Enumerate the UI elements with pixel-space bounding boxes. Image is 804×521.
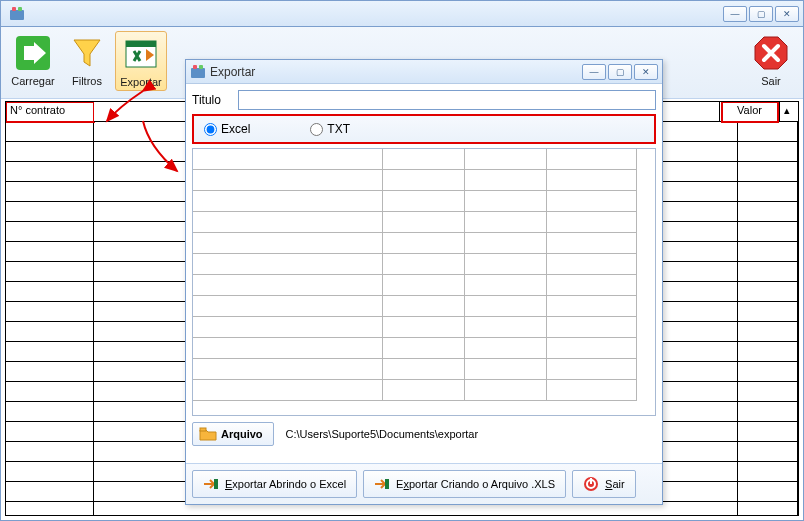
table-row[interactable] <box>193 170 655 191</box>
export-dialog-icon <box>190 64 206 80</box>
export-body: Titulo Excel TXT Arqu <box>186 84 662 452</box>
funnel-icon <box>67 33 107 73</box>
export-sair-button[interactable]: Sair <box>572 470 636 498</box>
exportar-abrindo-label: Exportar Abrindo o Excel <box>225 478 346 490</box>
format-excel-option[interactable]: Excel <box>204 122 250 136</box>
scroll-gap: ▴ <box>780 102 798 122</box>
table-row[interactable] <box>193 254 655 275</box>
exportar-criando-label: Exportar Criando o Arquivo .XLS <box>396 478 555 490</box>
format-excel-radio[interactable] <box>204 123 217 136</box>
svg-rect-11 <box>214 479 218 489</box>
carregar-label: Carregar <box>11 75 54 87</box>
titulo-row: Titulo <box>192 90 656 110</box>
column-header-contrato[interactable]: N° contrato <box>6 102 94 122</box>
filtros-label: Filtros <box>72 75 102 87</box>
arquivo-row: Arquivo C:\Users\Suporte5\Documents\expo… <box>192 422 656 446</box>
column-header-valor[interactable]: Valor <box>720 102 780 122</box>
folder-icon <box>199 426 217 442</box>
format-txt-radio[interactable] <box>310 123 323 136</box>
table-row[interactable] <box>193 359 655 380</box>
annotation-box-valor <box>721 101 779 123</box>
svg-rect-15 <box>590 478 592 484</box>
export-dialog-title: Exportar <box>210 65 255 79</box>
table-row[interactable] <box>193 380 655 401</box>
svg-rect-1 <box>12 7 16 11</box>
close-octagon-icon <box>751 33 791 73</box>
format-row: Excel TXT <box>192 114 656 144</box>
minimize-button[interactable]: — <box>723 6 747 22</box>
exportar-criando-button[interactable]: Exportar Criando o Arquivo .XLS <box>363 470 566 498</box>
maximize-button[interactable]: ▢ <box>749 6 773 22</box>
sair-button[interactable]: Sair <box>745 31 797 89</box>
arquivo-path: C:\Users\Suporte5\Documents\exportar <box>282 428 656 440</box>
window-controls: — ▢ ✕ <box>723 6 799 22</box>
format-txt-label: TXT <box>327 122 350 136</box>
export-columns-grid[interactable] <box>192 148 656 416</box>
export-sair-label: Sair <box>605 478 625 490</box>
power-icon <box>583 476 599 492</box>
exportar-label: Exportar <box>120 76 162 88</box>
svg-rect-12 <box>385 479 389 489</box>
table-row[interactable] <box>193 317 655 338</box>
svg-rect-0 <box>10 10 24 20</box>
export-arrow-icon <box>374 477 390 491</box>
carregar-button[interactable]: Carregar <box>7 31 59 89</box>
exportar-abrindo-button[interactable]: Exportar Abrindo o Excel <box>192 470 357 498</box>
main-window: — ▢ ✕ Carregar Filtros Exportar <box>0 0 804 521</box>
svg-rect-5 <box>126 41 156 47</box>
titulo-input[interactable] <box>238 90 656 110</box>
arrow-right-icon <box>13 33 53 73</box>
table-row[interactable] <box>193 212 655 233</box>
arquivo-button-label: Arquivo <box>221 428 263 440</box>
format-txt-option[interactable]: TXT <box>310 122 350 136</box>
titulo-label: Titulo <box>192 93 232 107</box>
table-row[interactable] <box>193 338 655 359</box>
sair-label: Sair <box>761 75 781 87</box>
svg-rect-8 <box>193 65 197 69</box>
export-dialog: Exportar — ▢ ✕ Titulo Excel TXT <box>185 59 663 505</box>
svg-rect-10 <box>200 428 206 431</box>
table-row[interactable] <box>193 191 655 212</box>
export-close-button[interactable]: ✕ <box>634 64 658 80</box>
export-minimize-button[interactable]: — <box>582 64 606 80</box>
annotation-box-contrato <box>5 101 95 123</box>
export-maximize-button[interactable]: ▢ <box>608 64 632 80</box>
table-row[interactable] <box>193 275 655 296</box>
table-row[interactable] <box>193 233 655 254</box>
exportar-button[interactable]: Exportar <box>115 31 167 91</box>
filtros-button[interactable]: Filtros <box>61 31 113 89</box>
export-dialog-titlebar: Exportar — ▢ ✕ <box>186 60 662 84</box>
export-window-controls: — ▢ ✕ <box>582 64 658 80</box>
table-row[interactable] <box>193 296 655 317</box>
export-arrow-icon <box>203 477 219 491</box>
main-titlebar: — ▢ ✕ <box>1 1 803 27</box>
arquivo-button[interactable]: Arquivo <box>192 422 274 446</box>
svg-rect-2 <box>18 7 22 11</box>
svg-rect-9 <box>199 65 203 69</box>
format-excel-label: Excel <box>221 122 250 136</box>
excel-export-icon <box>121 34 161 74</box>
export-footer: Exportar Abrindo o Excel Exportar Criand… <box>186 463 662 504</box>
svg-rect-7 <box>191 68 205 78</box>
close-button[interactable]: ✕ <box>775 6 799 22</box>
app-icon <box>9 6 25 22</box>
table-row[interactable] <box>193 149 655 170</box>
